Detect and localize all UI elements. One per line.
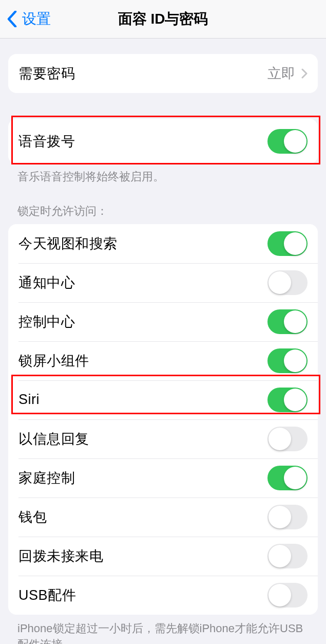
lock-access-item-label: 通知中心	[18, 273, 267, 292]
lock-access-item-toggle[interactable]	[267, 466, 308, 490]
lock-access-item-toggle[interactable]	[267, 348, 308, 373]
back-button[interactable]: 设置	[0, 9, 51, 29]
row-lock-access-item: 家庭控制	[8, 458, 318, 498]
lock-access-item-label: 以信息回复	[18, 430, 267, 448]
toggle-knob	[284, 310, 306, 333]
voice-dial-toggle[interactable]	[267, 129, 308, 154]
lock-access-item-toggle[interactable]	[267, 270, 308, 295]
toggle-knob	[269, 271, 291, 294]
lock-access-item-toggle[interactable]	[267, 505, 308, 529]
row-lock-access-item: 通知中心	[8, 263, 318, 302]
section-voice-dial: 语音拨号	[8, 119, 318, 164]
row-lock-access-item: 今天视图和搜索	[8, 224, 318, 263]
lock-access-item-label: 回拨未接来电	[18, 547, 267, 565]
row-lock-access-item: 回拨未接来电	[8, 537, 318, 576]
lock-access-item-toggle[interactable]	[267, 544, 308, 568]
lock-access-item-label: 锁屏小组件	[18, 352, 267, 370]
chevron-left-icon	[7, 11, 17, 27]
lock-access-item-label: 家庭控制	[18, 469, 267, 487]
toggle-knob	[284, 232, 306, 255]
lock-access-item-label: Siri	[18, 392, 267, 408]
lock-access-item-label: USB配件	[18, 586, 267, 604]
row-require-passcode[interactable]: 需要密码 立即	[8, 54, 318, 93]
voice-dial-label: 语音拨号	[18, 132, 267, 151]
require-passcode-label: 需要密码	[18, 64, 267, 83]
lock-access-item-toggle[interactable]	[267, 388, 308, 412]
lock-access-footer: iPhone锁定超过一小时后，需先解锁iPhone才能允许USB配件连接。	[0, 615, 326, 644]
lock-access-item-toggle[interactable]	[267, 427, 308, 451]
lock-access-header: 锁定时允许访问：	[0, 185, 326, 224]
row-voice-dial: 语音拨号	[8, 119, 318, 164]
toggle-knob	[269, 428, 291, 450]
lock-access-item-label: 今天视图和搜索	[18, 234, 267, 253]
lock-access-item-toggle[interactable]	[267, 309, 308, 334]
row-lock-access-item: 以信息回复	[8, 419, 318, 458]
row-lock-access-item: USB配件	[8, 576, 318, 615]
row-lock-access-item: 钱包	[8, 498, 318, 537]
toggle-knob	[269, 506, 291, 528]
section-require-passcode: 需要密码 立即	[8, 54, 318, 93]
row-lock-access-item: 锁屏小组件	[8, 341, 318, 380]
nav-bar: 设置 面容 ID与密码	[0, 0, 326, 39]
chevron-right-icon	[301, 68, 308, 79]
toggle-knob	[269, 584, 291, 606]
row-lock-access-item: 控制中心	[8, 302, 318, 341]
toggle-knob	[269, 545, 291, 567]
lock-access-item-label: 控制中心	[18, 312, 267, 331]
voice-dial-footer: 音乐语音控制将始终被启用。	[0, 164, 326, 185]
toggle-knob	[284, 467, 306, 489]
lock-access-item-label: 钱包	[18, 508, 267, 526]
toggle-knob	[284, 130, 306, 153]
section-lock-access: 今天视图和搜索通知中心控制中心锁屏小组件Siri以信息回复家庭控制钱包回拨未接来…	[8, 224, 318, 615]
lock-access-item-toggle[interactable]	[267, 583, 308, 608]
row-lock-access-item: Siri	[8, 380, 318, 419]
toggle-knob	[284, 349, 306, 372]
lock-access-item-toggle[interactable]	[267, 231, 308, 256]
require-passcode-value: 立即	[267, 64, 295, 83]
toggle-knob	[284, 389, 306, 411]
back-label: 设置	[22, 9, 51, 29]
